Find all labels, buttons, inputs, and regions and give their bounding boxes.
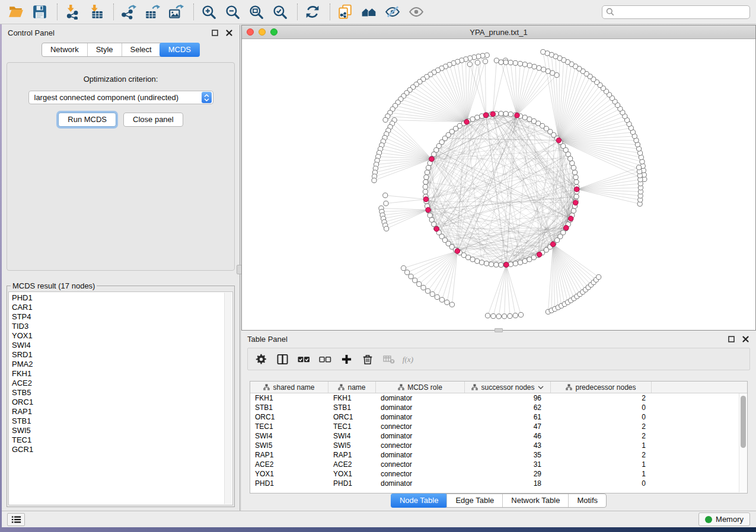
graph-node[interactable] xyxy=(518,260,522,265)
graph-node[interactable] xyxy=(425,170,429,175)
mcds-result-item[interactable]: PMA2 xyxy=(12,360,232,369)
graph-node[interactable] xyxy=(475,115,480,120)
graph-leaf-node[interactable] xyxy=(491,313,496,318)
graph-leaf-node[interactable] xyxy=(532,64,537,69)
table-row[interactable]: SWI5SWI5connector431 xyxy=(250,441,747,450)
horizontal-splitter-grip[interactable] xyxy=(495,328,503,332)
column-header-MCDS-role[interactable]: MCDS role xyxy=(376,382,465,393)
mcds-result-item[interactable]: GCR1 xyxy=(12,445,232,454)
tab-node-table[interactable]: Node Table xyxy=(391,493,448,508)
graph-node[interactable] xyxy=(573,175,578,180)
graph-node[interactable] xyxy=(499,111,503,116)
mcds-result-item[interactable]: CAR1 xyxy=(12,303,232,312)
graph-node[interactable] xyxy=(513,261,518,266)
graph-node[interactable] xyxy=(423,180,428,184)
graph-leaf-node[interactable] xyxy=(467,62,472,66)
graph-leaf-node[interactable] xyxy=(401,265,406,270)
graph-leaf-node[interactable] xyxy=(502,314,506,319)
column-header-name[interactable]: name xyxy=(328,382,376,393)
graph-leaf-node[interactable] xyxy=(384,226,389,231)
graph-leaf-node[interactable] xyxy=(550,70,555,75)
graph-leaf-node[interactable] xyxy=(499,60,503,65)
close-table-panel-icon[interactable] xyxy=(741,335,750,343)
graph-node[interactable] xyxy=(572,170,577,175)
graph-leaf-node[interactable] xyxy=(596,275,601,280)
tab-mcds[interactable]: MCDS xyxy=(160,43,200,57)
graph-node[interactable] xyxy=(475,259,480,264)
delete-columns-button[interactable] xyxy=(359,351,376,367)
import-network-button[interactable] xyxy=(63,4,81,20)
select-all-button[interactable] xyxy=(295,351,312,367)
graph-mcds-node[interactable] xyxy=(515,113,520,118)
mcds-result-item[interactable]: SWI4 xyxy=(12,341,232,350)
table-row[interactable]: YOX1YOX1connector291 xyxy=(250,469,747,479)
close-panel-icon[interactable] xyxy=(224,28,234,37)
table-row[interactable]: SWI4SWI4dominator462 xyxy=(250,431,747,441)
graph-leaf-node[interactable] xyxy=(508,60,513,65)
hide-selected-button[interactable] xyxy=(384,4,401,20)
tab-style[interactable]: Style xyxy=(87,43,122,56)
graph-mcds-node[interactable] xyxy=(573,200,578,206)
graph-leaf-node[interactable] xyxy=(417,281,422,286)
mcds-result-item[interactable]: YOX1 xyxy=(12,331,232,341)
clone-network-button[interactable] xyxy=(336,4,354,20)
graph-node[interactable] xyxy=(479,260,484,265)
graph-leaf-node[interactable] xyxy=(496,314,501,319)
graph-mcds-node[interactable] xyxy=(550,242,556,247)
tab-select[interactable]: Select xyxy=(122,43,160,56)
graph-mcds-node[interactable] xyxy=(434,226,439,232)
graph-node[interactable] xyxy=(470,117,475,121)
mcds-result-item[interactable]: FKH1 xyxy=(12,369,232,379)
graph-mcds-node[interactable] xyxy=(504,262,509,268)
column-header-successor-nodes[interactable]: successor nodes xyxy=(465,382,551,393)
table-row[interactable]: FKH1FKH1dominator962 xyxy=(250,393,747,403)
graph-node[interactable] xyxy=(527,257,532,262)
graph-leaf-node[interactable] xyxy=(640,159,645,164)
graph-leaf-node[interactable] xyxy=(425,289,430,293)
create-column-button[interactable] xyxy=(338,351,355,367)
graph-leaf-node[interactable] xyxy=(508,313,512,318)
graph-leaf-node[interactable] xyxy=(405,270,410,275)
column-header-shared-name[interactable]: shared name xyxy=(250,382,328,393)
scrollbar-thumb[interactable] xyxy=(741,396,746,448)
graph-node[interactable] xyxy=(423,189,428,194)
mcds-result-item[interactable]: PHD1 xyxy=(12,293,232,303)
table-row[interactable]: PHD1PHD1dominator180 xyxy=(250,479,747,488)
graph-leaf-node[interactable] xyxy=(475,60,480,65)
table-row[interactable]: ACE2ACE2connector311 xyxy=(250,460,747,469)
graph-leaf-node[interactable] xyxy=(384,201,388,206)
zoom-fit-button[interactable] xyxy=(247,4,265,20)
graph-leaf-node[interactable] xyxy=(527,63,532,68)
graph-leaf-node[interactable] xyxy=(449,302,454,307)
table-row[interactable]: STB1STB1dominator620 xyxy=(250,403,747,412)
network-canvas[interactable] xyxy=(242,39,755,330)
graph-leaf-node[interactable] xyxy=(541,67,546,72)
graph-node[interactable] xyxy=(522,115,527,120)
graph-mcds-node[interactable] xyxy=(564,225,569,230)
run-mcds-button[interactable]: Run MCDS xyxy=(58,113,116,127)
list-scrollbar-track[interactable] xyxy=(224,293,232,504)
column-header-predecessor-nodes[interactable]: predecessor nodes xyxy=(551,382,652,393)
task-history-button[interactable] xyxy=(7,513,25,526)
float-table-panel-icon[interactable] xyxy=(726,335,736,343)
graph-leaf-node[interactable] xyxy=(383,117,388,122)
tab-motifs[interactable]: Motifs xyxy=(568,494,606,507)
memory-button[interactable]: Memory xyxy=(698,512,750,526)
graph-node[interactable] xyxy=(574,180,579,184)
graph-node[interactable] xyxy=(426,165,430,170)
graph-leaf-node[interactable] xyxy=(537,66,541,70)
split-view-button[interactable] xyxy=(274,351,291,367)
graph-node[interactable] xyxy=(494,262,499,267)
graph-leaf-node[interactable] xyxy=(518,312,523,317)
graph-node[interactable] xyxy=(571,165,576,170)
graph-leaf-node[interactable] xyxy=(383,193,388,198)
export-table-button[interactable] xyxy=(143,4,161,20)
graph-node[interactable] xyxy=(428,213,432,217)
graph-mcds-node[interactable] xyxy=(464,119,470,124)
graph-leaf-node[interactable] xyxy=(546,69,550,73)
graph-leaf-node[interactable] xyxy=(483,59,487,63)
graph-mcds-node[interactable] xyxy=(537,252,542,257)
graph-node[interactable] xyxy=(527,117,532,121)
graph-node[interactable] xyxy=(571,209,576,213)
zoom-out-button[interactable] xyxy=(224,4,241,20)
